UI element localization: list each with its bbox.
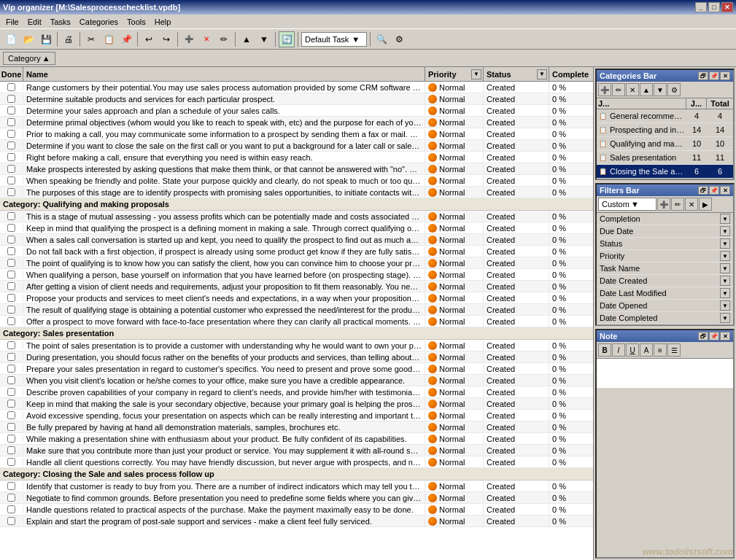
note-pin-button[interactable]: 📌	[709, 332, 719, 341]
task-checkbox[interactable]	[7, 435, 15, 443]
task-checkbox[interactable]	[7, 247, 15, 255]
edit-button[interactable]: ✏	[216, 31, 232, 47]
note-underline-button[interactable]: U	[626, 343, 639, 357]
task-checkbox[interactable]	[7, 423, 15, 431]
filter-dropdown-button[interactable]: ▼	[720, 263, 730, 273]
task-checkbox[interactable]	[7, 388, 15, 396]
task-checkbox[interactable]	[7, 505, 15, 513]
filter-dropdown-button[interactable]: ▼	[720, 251, 730, 261]
task-checkbox[interactable]	[7, 212, 15, 220]
table-row[interactable]: Identify that customer is ready to buy f…	[0, 481, 593, 492]
task-checkbox[interactable]	[7, 353, 15, 361]
task-checkbox[interactable]	[7, 153, 15, 161]
table-row[interactable]: This is a stage of mutual assessing - yo…	[0, 211, 593, 222]
table-row[interactable]: Make prospects interested by asking ques…	[0, 163, 593, 175]
table-row[interactable]: When a sales call conversation is starte…	[0, 234, 593, 246]
table-row[interactable]: Handle all client questions correctly. Y…	[0, 456, 593, 468]
task-checkbox[interactable]	[7, 517, 15, 525]
category-list-item[interactable]: 📋Sales presentation1111	[597, 151, 733, 165]
menu-tasks[interactable]: Tasks	[46, 16, 75, 28]
save-button[interactable]: 💾	[38, 31, 54, 47]
table-row[interactable]: Prior to making a call, you may communic…	[0, 128, 593, 140]
filter-add-button[interactable]: ➕	[657, 198, 670, 211]
table-row[interactable]: After getting a vision of client needs a…	[0, 281, 593, 292]
filter-edit-button[interactable]: ✏	[671, 198, 684, 211]
cat-add-button[interactable]: ➕	[598, 83, 611, 96]
task-checkbox[interactable]	[7, 365, 15, 373]
filters-pin-button[interactable]: 📌	[709, 186, 719, 195]
print-button[interactable]: 🖨	[61, 31, 77, 47]
task-checkbox[interactable]	[7, 400, 15, 408]
cat-down-button[interactable]: ▼	[654, 83, 667, 96]
table-row[interactable]: Negotiate to find common grounds. Before…	[0, 492, 593, 504]
task-checkbox[interactable]	[7, 118, 15, 126]
minimize-button[interactable]: _	[695, 2, 707, 12]
filter-dropdown-button[interactable]: ▼	[720, 288, 730, 298]
add-task-button[interactable]: ➕	[181, 31, 197, 47]
note-content-area[interactable]	[597, 359, 733, 388]
filter-button[interactable]: ⚙	[391, 31, 407, 47]
filter-dropdown-button[interactable]: ▼	[720, 300, 730, 311]
note-color-button[interactable]: A	[640, 343, 653, 357]
table-row[interactable]: When qualifying a person, base yourself …	[0, 269, 593, 281]
table-row[interactable]: Propose your products and services to me…	[0, 292, 593, 304]
task-checkbox[interactable]	[7, 446, 15, 454]
note-bold-button[interactable]: B	[598, 343, 611, 357]
table-row[interactable]: Keep in mind that qualifying the prospec…	[0, 222, 593, 234]
category-list-item[interactable]: 📋Qualifying and making p1010	[597, 137, 733, 151]
note-close-button[interactable]: ✕	[720, 332, 730, 341]
filter-preset-dropdown[interactable]: Custom ▼	[598, 198, 656, 211]
task-checkbox[interactable]	[7, 458, 15, 466]
note-restore-button[interactable]: 🗗	[698, 332, 708, 341]
table-row[interactable]: Keep in mind that making the sale is you…	[0, 398, 593, 410]
up-button[interactable]: ▲	[239, 31, 255, 47]
table-row[interactable]: Determine if you want to close the sale …	[0, 140, 593, 152]
down-button[interactable]: ▼	[256, 31, 272, 47]
table-row[interactable]: While making a presentation shine with e…	[0, 433, 593, 445]
filter-dropdown-button[interactable]: ▼	[720, 238, 730, 249]
cat-delete-button[interactable]: ✕	[626, 83, 639, 96]
table-row[interactable]: During presentation, you should focus ra…	[0, 351, 593, 363]
categories-close-button[interactable]: ✕	[720, 71, 730, 80]
task-checkbox[interactable]	[7, 95, 15, 103]
paste-button[interactable]: 📌	[118, 31, 134, 47]
filter-dropdown-button[interactable]: ▼	[720, 214, 730, 224]
task-checkbox[interactable]	[7, 271, 15, 279]
category-list-item[interactable]: 📋Prospecting and initiatin1414	[597, 123, 733, 137]
header-name[interactable]: Name	[23, 67, 425, 81]
table-row[interactable]: The point of qualifying is to know how y…	[0, 257, 593, 269]
close-button[interactable]: ✕	[721, 2, 733, 12]
category-list-item[interactable]: 📋General recommendation44	[597, 109, 733, 123]
task-checkbox[interactable]	[7, 411, 15, 419]
task-checkbox[interactable]	[7, 165, 15, 173]
categories-pin-button[interactable]: 📌	[709, 71, 719, 80]
cat-settings-button[interactable]: ⚙	[667, 83, 681, 96]
table-row[interactable]: When speaking be friendly and polite. St…	[0, 175, 593, 187]
sort-button[interactable]: 🔄	[279, 31, 295, 47]
undo-button[interactable]: ↩	[141, 31, 157, 47]
cut-button[interactable]: ✂	[83, 31, 99, 47]
open-button[interactable]: 📂	[20, 31, 36, 47]
table-row[interactable]: Offer a prospect to move forward with fa…	[0, 316, 593, 327]
filter-dropdown-button[interactable]: ▼	[720, 276, 730, 286]
note-italic-button[interactable]: I	[612, 343, 625, 357]
table-row[interactable]: Make sure that you contribute more than …	[0, 445, 593, 456]
menu-edit[interactable]: Edit	[23, 16, 46, 28]
categories-restore-button[interactable]: 🗗	[698, 71, 708, 80]
task-type-dropdown[interactable]: Default Task ▼	[301, 32, 367, 47]
filters-restore-button[interactable]: 🗗	[698, 186, 708, 195]
task-checkbox[interactable]	[7, 306, 15, 314]
task-checkbox[interactable]	[7, 482, 15, 490]
category-dropdown[interactable]: Category ▲	[3, 52, 55, 65]
task-checkbox[interactable]	[7, 224, 15, 232]
table-row[interactable]: Avoid excessive spending, focus your pre…	[0, 410, 593, 421]
task-checkbox[interactable]	[7, 341, 15, 349]
task-checkbox[interactable]	[7, 282, 15, 290]
maximize-button[interactable]: □	[708, 2, 720, 12]
filters-close-button[interactable]: ✕	[720, 186, 730, 195]
task-checkbox[interactable]	[7, 130, 15, 138]
cat-edit-button[interactable]: ✏	[612, 83, 625, 96]
table-row[interactable]: Be fully prepared by having at hand all …	[0, 421, 593, 433]
table-row[interactable]: When you visit client's location or he/s…	[0, 375, 593, 386]
menu-help[interactable]: Help	[150, 16, 176, 28]
